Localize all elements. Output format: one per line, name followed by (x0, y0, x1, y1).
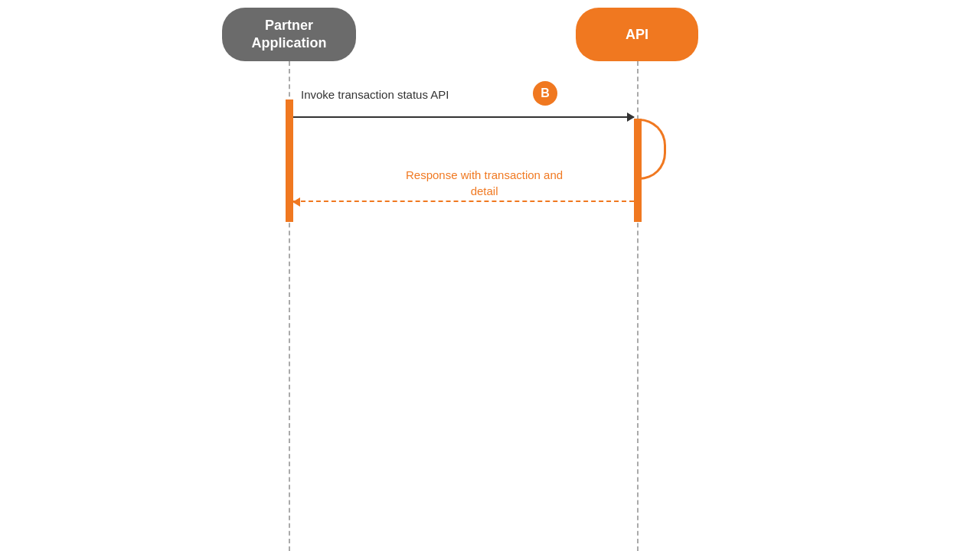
sequence-diagram: Partner Application API Invoke transacti… (0, 0, 980, 551)
label-forward: Invoke transaction status API (301, 88, 449, 101)
badge-b: B (533, 81, 557, 106)
actor-partner: Partner Application (222, 8, 356, 61)
arrow-forward (293, 116, 634, 118)
actor-partner-label: Partner Application (252, 17, 327, 53)
self-loop-api (639, 119, 666, 180)
label-return: Response with transaction and detail (406, 167, 563, 199)
actor-api: API (576, 8, 698, 61)
arrow-return (293, 201, 634, 202)
actor-api-label: API (626, 27, 648, 43)
